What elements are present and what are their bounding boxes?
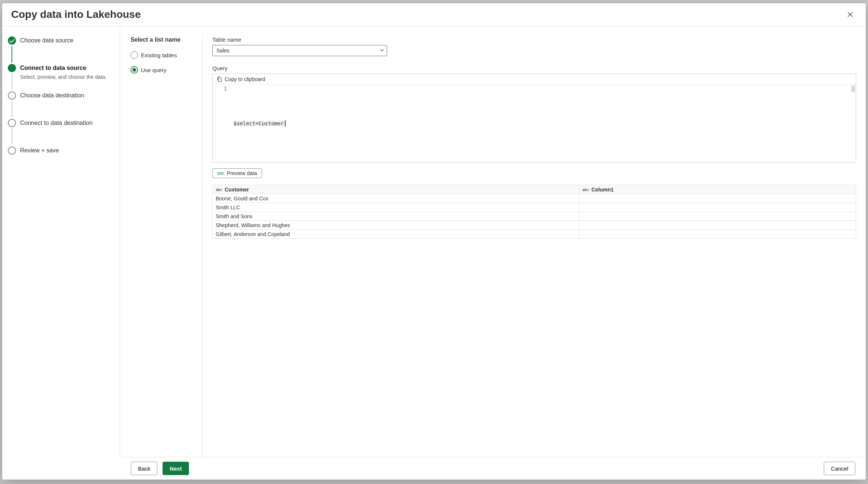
glasses-icon <box>217 171 224 176</box>
query-panel: Table name Sales Query <box>212 36 857 457</box>
copy-to-clipboard-button[interactable]: Copy to clipboard <box>213 74 856 85</box>
close-icon <box>846 11 854 18</box>
list-name-panel: Select a list name Existing tables Use q… <box>131 36 203 457</box>
radio-use-query[interactable]: Use query <box>131 66 193 74</box>
step-connect-to-data-source[interactable]: Connect to data source Select, preview, … <box>7 64 115 91</box>
step-connect-to-data-destination[interactable]: Connect to data destination <box>7 119 115 146</box>
step-connector <box>12 101 12 117</box>
code-area[interactable]: 1 $select=Customer <box>213 85 856 162</box>
preview-data-button[interactable]: Preview data <box>212 168 262 178</box>
step-connector <box>12 74 12 90</box>
step-circle-upcoming-icon <box>8 146 16 155</box>
table-name-label: Table name <box>212 36 856 43</box>
step-circle-upcoming-icon <box>8 119 16 127</box>
cancel-button[interactable]: Cancel <box>824 462 855 475</box>
list-name-radio-group: Existing tables Use query <box>131 51 193 74</box>
step-connector <box>12 129 12 145</box>
query-label: Query <box>212 65 856 71</box>
step-title: Connect to data source <box>20 64 107 72</box>
table-row[interactable]: Boone, Gould and Cox <box>213 194 856 203</box>
svg-point-2 <box>221 172 223 175</box>
svg-point-1 <box>218 172 220 175</box>
radio-label: Existing tables <box>141 52 177 58</box>
step-connector <box>12 46 12 62</box>
table-name-select[interactable]: Sales <box>212 45 387 56</box>
query-editor: Copy to clipboard 1 $select=Customer <box>212 74 856 162</box>
column-header-column1[interactable]: abcColumn1 <box>579 185 856 194</box>
column-header-customer[interactable]: abcCustomer <box>213 185 579 194</box>
step-subtitle: Select, preview, and choose the data. <box>20 74 107 80</box>
copy-label: Copy to clipboard <box>225 76 265 82</box>
svg-rect-0 <box>218 78 221 82</box>
step-title: Choose data source <box>20 37 73 44</box>
radio-label: Use query <box>141 67 166 73</box>
radio-existing-tables[interactable]: Existing tables <box>131 51 193 59</box>
radio-icon <box>131 66 138 74</box>
step-title: Choose data destination <box>20 92 84 99</box>
table-row[interactable]: Gilbert, Anderson and Copeland <box>213 230 856 239</box>
step-rail: Choose data source Connect to data sourc… <box>2 26 120 457</box>
table-name-value: Sales <box>216 48 229 54</box>
back-button[interactable]: Back <box>131 462 157 475</box>
dialog-header: Copy data into Lakehouse <box>2 3 866 26</box>
dialog-title: Copy data into Lakehouse <box>11 9 141 20</box>
step-choose-data-source[interactable]: Choose data source <box>7 36 115 64</box>
step-title: Connect to data destination <box>20 119 93 127</box>
preview-table: abcCustomer abcColumn1 Boone, Gould and … <box>212 185 856 239</box>
copy-icon <box>216 76 222 82</box>
dialog: Copy data into Lakehouse Choose data sou… <box>2 3 866 480</box>
minimap <box>851 85 855 92</box>
step-review-save[interactable]: Review + save <box>7 146 115 161</box>
dialog-footer: Back Next Cancel <box>120 457 866 480</box>
step-circle-current-icon <box>8 64 16 72</box>
table-row[interactable]: Smith and Sons <box>213 212 856 221</box>
step-circle-upcoming-icon <box>8 91 16 100</box>
step-title: Review + save <box>20 147 59 154</box>
table-row[interactable]: Smith LLC <box>213 203 856 212</box>
next-button[interactable]: Next <box>163 462 189 475</box>
preview-button-label: Preview data <box>227 170 257 176</box>
panel-heading: Select a list name <box>131 36 193 43</box>
table-row[interactable]: Shepherd, Williams and Hughes <box>213 221 856 230</box>
radio-icon <box>131 51 138 59</box>
line-gutter: 1 <box>213 85 233 162</box>
code-line: $select=Customer <box>233 85 286 162</box>
text-cursor <box>285 120 286 126</box>
step-choose-data-destination[interactable]: Choose data destination <box>7 91 115 119</box>
close-button[interactable] <box>843 8 857 21</box>
step-circle-completed-icon <box>8 36 16 45</box>
